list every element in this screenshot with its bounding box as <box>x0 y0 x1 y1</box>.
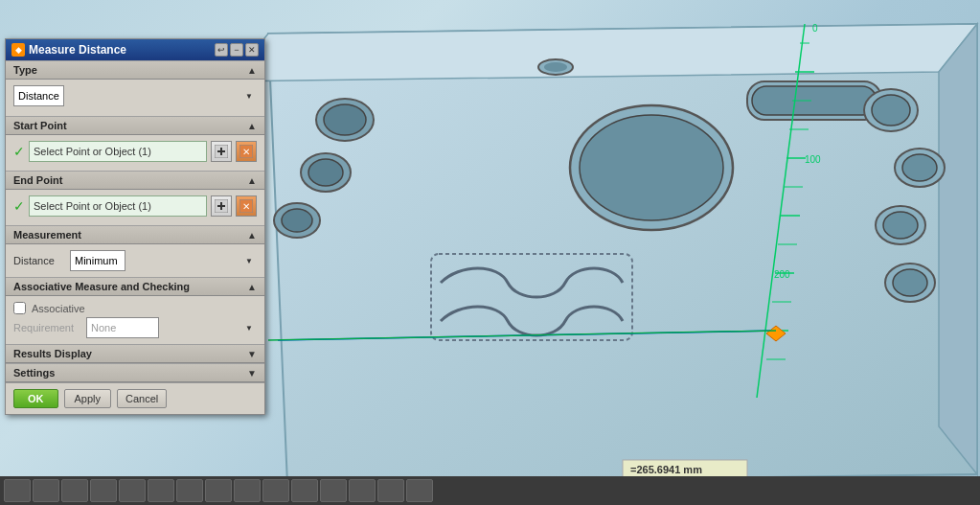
results-arrow: ▼ <box>247 349 257 359</box>
requirement-label: Requirement <box>13 322 80 333</box>
settings-arrow: ▼ <box>247 368 257 379</box>
svg-rect-6 <box>752 86 877 115</box>
start-point-label: Start Point <box>13 120 67 131</box>
taskbar-btn-11[interactable] <box>291 479 318 502</box>
start-point-content: ✓ Select Point or Object (1) ✕ <box>6 135 264 171</box>
minimize-button[interactable]: − <box>230 43 243 57</box>
requirement-row: Requirement None Equal Less Than Greater… <box>13 317 257 338</box>
taskbar-btn-12[interactable] <box>320 479 347 502</box>
start-point-row: ✓ Select Point or Object (1) ✕ <box>13 141 257 162</box>
svg-point-23 <box>544 62 567 72</box>
end-point-add-btn[interactable] <box>211 195 232 217</box>
svg-text:✕: ✕ <box>242 147 250 157</box>
taskbar-btn-5[interactable] <box>119 479 146 502</box>
taskbar-btn-2[interactable] <box>33 479 59 502</box>
cancel-button[interactable]: Cancel <box>117 389 167 408</box>
taskbar-btn-8[interactable] <box>205 479 232 502</box>
start-point-del-btn[interactable]: ✕ <box>236 141 257 162</box>
taskbar-btn-7[interactable] <box>176 479 203 502</box>
taskbar-btn-9[interactable] <box>234 479 261 502</box>
taskbar-btn-14[interactable] <box>377 479 404 502</box>
taskbar-btn-3[interactable] <box>61 479 88 502</box>
associative-checkbox[interactable] <box>13 302 26 314</box>
svg-marker-1 <box>230 24 977 81</box>
measurement-dropdown[interactable]: Minimum Maximum Mean <box>70 250 125 271</box>
svg-text:200: 200 <box>774 269 790 280</box>
taskbar-btn-1[interactable] <box>4 479 31 502</box>
type-dropdown[interactable]: Distance Angle Radius <box>13 85 64 106</box>
svg-marker-2 <box>939 24 977 474</box>
start-point-arrow: ▲ <box>247 121 257 131</box>
end-point-del-btn[interactable]: ✕ <box>236 195 257 217</box>
type-section-header[interactable]: Type ▲ <box>6 60 264 80</box>
panel-titlebar: ◆ Measure Distance ↩ − ✕ <box>6 39 264 60</box>
type-section-content: Distance Angle Radius <box>6 80 264 116</box>
svg-text:0: 0 <box>812 23 818 34</box>
main-container: 0 100 200 =265.6941 mm ◆ Measure Distanc… <box>0 0 980 505</box>
taskbar-btn-4[interactable] <box>90 479 117 502</box>
taskbar <box>0 476 980 505</box>
associative-section-header[interactable]: Associative Measure and Checking ▲ <box>6 277 264 296</box>
end-point-row: ✓ Select Point or Object (1) ✕ <box>13 195 257 217</box>
start-point-add-btn[interactable] <box>211 141 232 162</box>
start-point-input[interactable]: Select Point or Object (1) <box>29 141 207 162</box>
start-check-icon: ✓ <box>13 144 25 159</box>
end-point-input[interactable]: Select Point or Object (1) <box>29 195 207 217</box>
svg-text:=265.6941 mm: =265.6941 mm <box>630 464 702 475</box>
svg-text:✕: ✕ <box>242 201 250 212</box>
svg-point-16 <box>902 154 937 181</box>
svg-point-8 <box>324 104 366 135</box>
apply-button[interactable]: Apply <box>64 389 112 408</box>
associative-content: Associative Requirement None Equal Less … <box>6 296 264 344</box>
associative-arrow: ▲ <box>247 282 257 292</box>
end-check-icon: ✓ <box>13 198 25 214</box>
associative-checkbox-row: Associative <box>13 302 257 314</box>
type-section-label: Type <box>13 64 37 76</box>
requirement-dropdown-wrapper: None Equal Less Than Greater Than <box>86 317 257 338</box>
measurement-content: Distance Minimum Maximum Mean <box>6 244 264 277</box>
bottom-buttons: OK Apply Cancel <box>6 382 264 414</box>
measurement-type-label: Distance <box>13 255 66 266</box>
svg-point-12 <box>282 209 312 232</box>
panel-controls: ↩ − ✕ <box>215 43 259 57</box>
requirement-dropdown[interactable]: None Equal Less Than Greater Than <box>86 317 159 338</box>
settings-section-header[interactable]: Settings ▼ <box>6 363 264 382</box>
svg-point-18 <box>883 212 918 239</box>
associative-label: Associative Measure and Checking <box>13 281 190 292</box>
close-button[interactable]: ✕ <box>245 43 259 57</box>
end-point-content: ✓ Select Point or Object (1) ✕ <box>6 190 264 225</box>
end-point-section-header[interactable]: End Point ▲ <box>6 171 264 190</box>
taskbar-btn-10[interactable] <box>262 479 289 502</box>
type-section-arrow: ▲ <box>247 65 257 76</box>
end-point-label: End Point <box>13 174 62 186</box>
measurement-section-header[interactable]: Measurement ▲ <box>6 225 264 244</box>
measurement-label: Measurement <box>13 229 81 241</box>
panel-title-icon: ◆ <box>11 43 25 57</box>
panel-title: Measure Distance <box>29 43 126 57</box>
measurement-arrow: ▲ <box>247 230 257 241</box>
measure-panel: ◆ Measure Distance ↩ − ✕ Type ▲ Distance… <box>5 38 265 415</box>
taskbar-btn-13[interactable] <box>349 479 376 502</box>
svg-point-4 <box>580 115 723 220</box>
svg-point-10 <box>308 159 343 186</box>
svg-point-20 <box>893 269 927 296</box>
type-dropdown-wrapper: Distance Angle Radius <box>13 85 257 106</box>
measurement-row: Distance Minimum Maximum Mean <box>13 250 257 271</box>
end-point-arrow: ▲ <box>247 175 257 186</box>
start-point-section-header[interactable]: Start Point ▲ <box>6 116 264 135</box>
results-section-header[interactable]: Results Display ▼ <box>6 344 264 363</box>
settings-label: Settings <box>13 367 55 379</box>
svg-point-14 <box>872 95 910 126</box>
measurement-dropdown-wrapper: Minimum Maximum Mean <box>70 250 257 271</box>
reset-button[interactable]: ↩ <box>215 43 228 57</box>
panel-title-group: ◆ Measure Distance <box>11 43 126 57</box>
svg-text:100: 100 <box>805 154 821 165</box>
results-label: Results Display <box>13 348 92 359</box>
taskbar-btn-15[interactable] <box>406 479 433 502</box>
associative-checkbox-label: Associative <box>32 303 85 314</box>
taskbar-btn-6[interactable] <box>148 479 174 502</box>
type-dropdown-row: Distance Angle Radius <box>13 85 257 106</box>
ok-button[interactable]: OK <box>13 389 58 408</box>
